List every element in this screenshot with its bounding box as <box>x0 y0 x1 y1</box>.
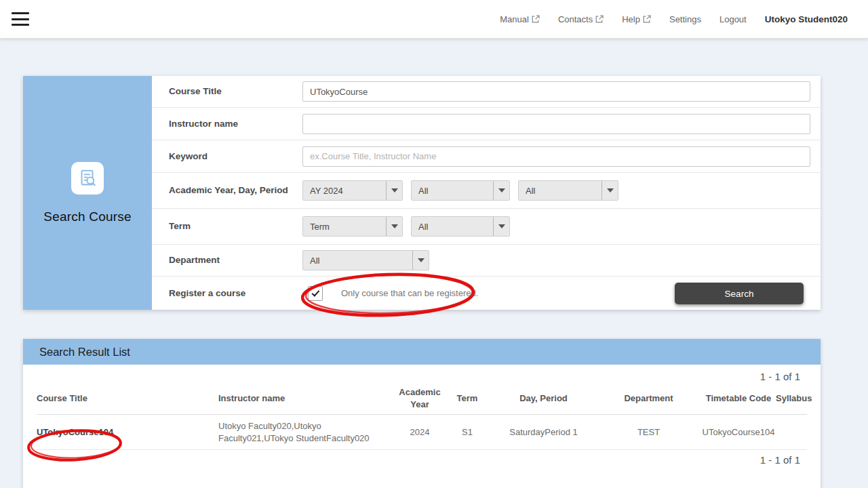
course-title-input[interactable] <box>302 81 810 102</box>
search-course-panel: Search Course Course Title Instructor na… <box>23 76 821 310</box>
course-search-icon <box>71 162 104 195</box>
academic-year-select[interactable]: AY 2024 <box>302 180 403 201</box>
keyword-row: Keyword <box>152 140 821 173</box>
chevron-down-icon <box>493 181 509 200</box>
top-navigation: Manual Contacts Help Settings Logout Uto… <box>500 14 848 24</box>
external-link-icon <box>532 15 540 23</box>
cell-instructor: Utokyo Faculty020,Utokyo Faculty021,UTok… <box>218 420 396 444</box>
cell-day-period: SaturdayPeriod 1 <box>491 426 596 439</box>
col-instructor: Instructor name <box>218 392 396 405</box>
term-type-select[interactable]: Term <box>302 216 403 237</box>
keyword-input[interactable] <box>302 146 810 167</box>
results-table: Course Title Instructor name Academic Ye… <box>37 382 807 450</box>
period-select-value: All <box>519 181 601 200</box>
checkmark-icon <box>311 288 319 296</box>
nav-manual[interactable]: Manual <box>500 14 540 24</box>
cell-course-title[interactable]: UTokyoCourse104 <box>37 426 218 439</box>
col-academic-year: Academic Year <box>396 386 443 410</box>
col-timetable-code: Timetable Code <box>701 392 776 405</box>
hamburger-menu-icon[interactable] <box>12 12 29 26</box>
cell-timetable-code: UTokyoCourse104 <box>701 426 776 439</box>
cell-academic-year: 2024 <box>396 426 443 439</box>
registerable-only-checkbox-label: Only course that can be registered. <box>341 288 478 298</box>
nav-contacts[interactable]: Contacts <box>558 14 604 24</box>
department-select[interactable]: All <box>302 250 429 270</box>
search-result-header: Search Result List <box>23 339 821 365</box>
course-title-row: Course Title <box>152 76 821 108</box>
academic-year-day-period-row: Academic Year, Day, Period AY 2024 All A… <box>152 173 821 209</box>
pagination-top: 1 - 1 of 1 <box>23 371 821 382</box>
col-department: Department <box>596 392 701 405</box>
academic-year-select-value: AY 2024 <box>303 181 386 200</box>
cell-department: TEST <box>596 426 701 439</box>
search-result-title: Search Result List <box>39 346 130 359</box>
keyword-label: Keyword <box>169 150 302 163</box>
pagination-bottom: 1 - 1 of 1 <box>23 454 821 466</box>
col-day-period: Day, Period <box>491 392 596 405</box>
instructor-label: Instructor name <box>169 118 302 130</box>
chevron-down-icon <box>601 181 618 200</box>
chevron-down-icon <box>386 217 402 236</box>
term-type-select-value: Term <box>303 217 386 236</box>
term-value-select[interactable]: All <box>411 216 510 237</box>
top-header: Manual Contacts Help Settings Logout Uto… <box>0 0 868 39</box>
department-row: Department All <box>152 245 821 277</box>
day-select[interactable]: All <box>411 180 510 201</box>
nav-help-label: Help <box>622 14 640 24</box>
department-label: Department <box>169 254 302 266</box>
search-form: Course Title Instructor name Keyword Aca… <box>152 76 821 310</box>
external-link-icon <box>595 15 604 23</box>
nav-settings-label: Settings <box>669 14 701 24</box>
external-link-icon <box>643 15 651 23</box>
nav-logout[interactable]: Logout <box>719 14 747 24</box>
chevron-down-icon <box>412 251 429 270</box>
instructor-row: Instructor name <box>152 108 821 140</box>
chevron-down-icon <box>493 217 509 236</box>
register-course-label: Register a course <box>169 287 302 300</box>
nav-settings[interactable]: Settings <box>669 14 701 24</box>
course-title-label: Course Title <box>169 85 302 98</box>
search-course-sidebar: Search Course <box>23 76 152 310</box>
nav-manual-label: Manual <box>500 14 529 24</box>
day-select-value: All <box>412 181 493 200</box>
term-label: Term <box>169 220 302 232</box>
nav-help[interactable]: Help <box>622 14 651 24</box>
col-syllabus: Syllabus <box>776 392 812 405</box>
panel-title: Search Course <box>43 209 131 224</box>
logged-in-user: Utokyo Student020 <box>765 14 848 24</box>
academic-year-day-period-label: Academic Year, Day, Period <box>169 184 302 197</box>
register-course-row: Register a course Only course that can b… <box>152 277 821 310</box>
col-term: Term <box>443 392 491 405</box>
nav-logout-label: Logout <box>719 14 747 24</box>
department-select-value: All <box>303 251 412 270</box>
term-row: Term Term All <box>152 209 821 245</box>
results-table-header: Course Title Instructor name Academic Ye… <box>37 382 807 415</box>
term-value-select-value: All <box>412 217 493 236</box>
col-course-title: Course Title <box>37 392 218 405</box>
instructor-input[interactable] <box>302 114 810 134</box>
search-button[interactable]: Search <box>675 283 804 304</box>
nav-contacts-label: Contacts <box>558 14 593 24</box>
cell-term: S1 <box>443 426 491 439</box>
search-result-panel: Search Result List 1 - 1 of 1 Course Tit… <box>23 339 821 488</box>
period-select[interactable]: All <box>518 180 618 201</box>
registerable-only-checkbox[interactable] <box>308 286 323 301</box>
table-row[interactable]: UTokyoCourse104 Utokyo Faculty020,Utokyo… <box>37 415 807 450</box>
chevron-down-icon <box>386 181 402 200</box>
